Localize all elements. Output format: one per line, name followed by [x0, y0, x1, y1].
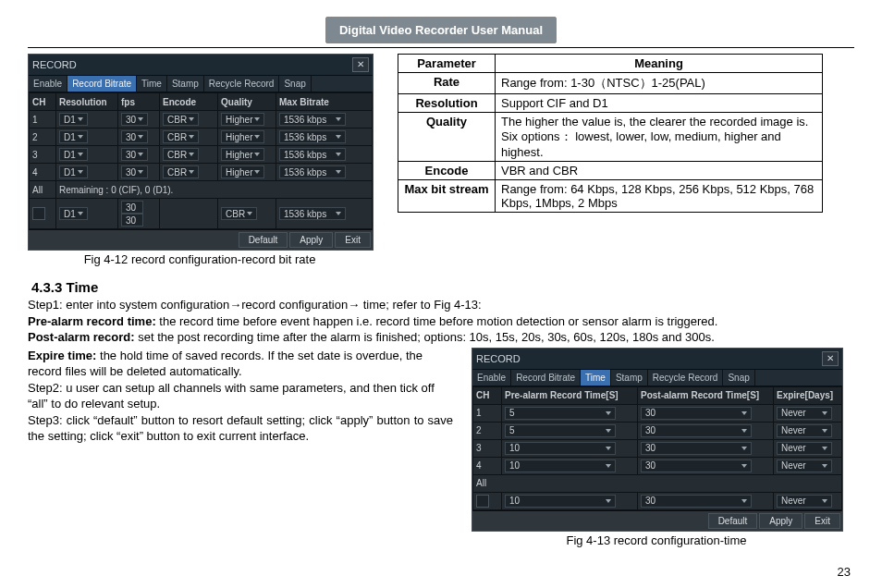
br-select[interactable]: 1536 kbps [279, 130, 346, 143]
res-select[interactable]: D1 [59, 165, 88, 178]
chevron-down-icon [606, 410, 613, 417]
step1-text: Step1: enter into system configuration→r… [28, 297, 854, 313]
col-maxbr: Max Bitrate [276, 93, 373, 111]
fig-4-13-dialog: RECORD ✕ Enable Record Bitrate Time Stam… [472, 348, 843, 532]
quality-select[interactable]: Higher [221, 148, 264, 161]
exit-button[interactable]: Exit [335, 232, 371, 248]
chevron-down-icon [78, 133, 85, 141]
tab-recycle[interactable]: Recycle Record [204, 76, 280, 92]
enc-select[interactable]: CBR [163, 165, 199, 178]
quality-select[interactable]: Higher [221, 130, 264, 143]
table-row: 3 10 30 Never [473, 439, 842, 457]
fig-4-13-caption: Fig 4-13 record configuration-time [472, 533, 841, 547]
post-select[interactable]: 30 [641, 407, 752, 420]
tab-enable[interactable]: Enable [29, 76, 67, 92]
enc-select[interactable]: CBR [221, 207, 257, 220]
col-meaning: Meaning [496, 55, 823, 73]
exp-select[interactable]: Never [777, 459, 832, 472]
enc-select[interactable]: CBR [163, 113, 199, 126]
pre-select[interactable]: 10 [505, 442, 616, 455]
tab-snap[interactable]: Snap [279, 76, 311, 92]
res-select[interactable]: D1 [59, 207, 88, 220]
table-row: 3 D1 30 CBR Higher 1536 kbps [30, 146, 373, 164]
post-select[interactable]: 30 [641, 459, 752, 472]
col-expire: Expire[Days] [774, 386, 842, 404]
doc-header-pill: Digital Video Recorder User Manual [325, 17, 557, 43]
bitrate-table: CH Resolution fps Encode Quality Max Bit… [29, 92, 373, 229]
chevron-down-icon [138, 151, 145, 158]
chevron-down-icon [822, 497, 829, 505]
post-select[interactable]: 30 [641, 424, 752, 437]
tab-record-bitrate[interactable]: Record Bitrate [67, 76, 137, 92]
pre-select[interactable]: 5 [505, 424, 616, 437]
exp-select[interactable]: Never [777, 442, 832, 455]
res-select[interactable]: D1 [59, 113, 88, 126]
cell-ch: 1 [30, 111, 56, 129]
tab-recycle[interactable]: Recycle Record [648, 370, 724, 386]
time-table: CH Pre-alarm Record Time[S] Post-alarm R… [472, 386, 842, 510]
chevron-down-icon [189, 151, 196, 158]
exp-select[interactable]: Never [777, 407, 832, 420]
close-icon[interactable]: ✕ [822, 351, 839, 366]
br-select[interactable]: 1536 kbps [279, 165, 346, 178]
chevron-down-icon [254, 116, 262, 123]
tab-time[interactable]: Time [581, 370, 611, 386]
chevron-down-icon [254, 133, 262, 141]
apply-button[interactable]: Apply [289, 232, 333, 248]
col-ch: CH [473, 386, 502, 404]
exp-select[interactable]: Never [777, 424, 832, 437]
all-label: All [30, 181, 56, 199]
br-select[interactable]: 1536 kbps [279, 207, 346, 220]
header-rule [28, 47, 854, 48]
chevron-down-icon [741, 410, 749, 417]
step3-text: Step3: click “default” button to resort … [28, 412, 453, 445]
close-icon[interactable]: ✕ [352, 57, 369, 72]
chevron-down-icon [78, 168, 85, 176]
all-checkbox[interactable] [32, 207, 45, 220]
tab-record-bitrate[interactable]: Record Bitrate [511, 370, 581, 386]
res-select[interactable]: D1 [59, 130, 88, 143]
br-select[interactable]: 1536 kbps [279, 113, 346, 126]
tab-stamp[interactable]: Stamp [611, 370, 648, 386]
exit-button[interactable]: Exit [804, 513, 840, 529]
apply-button[interactable]: Apply [759, 513, 802, 529]
tab-stamp[interactable]: Stamp [167, 76, 204, 92]
pre-select[interactable]: 10 [505, 495, 616, 508]
col-enc: Encode [160, 93, 218, 111]
all-checkbox[interactable] [476, 495, 489, 508]
quality-select[interactable]: Higher [221, 113, 264, 126]
exp-select[interactable]: Never [777, 495, 832, 508]
post-select[interactable]: 30 [641, 442, 752, 455]
fps-field[interactable]: 30 [121, 214, 143, 227]
col-ch: CH [30, 93, 56, 111]
br-select[interactable]: 1536 kbps [279, 148, 346, 161]
col-parameter: Parameter [398, 55, 496, 73]
chevron-down-icon [822, 445, 829, 452]
fps-select[interactable]: 30 [121, 165, 148, 178]
fps-select[interactable]: 30 [121, 148, 148, 161]
page-number: 23 [838, 565, 851, 579]
pre-select[interactable]: 10 [505, 459, 616, 472]
chevron-down-icon [336, 210, 343, 217]
res-select[interactable]: D1 [59, 148, 88, 161]
col-postalarm: Post-alarm Record Time[S] [638, 386, 774, 404]
tab-snap[interactable]: Snap [723, 370, 754, 386]
tab-time[interactable]: Time [137, 76, 167, 92]
tab-enable[interactable]: Enable [472, 370, 511, 386]
fps-field[interactable]: 30 [121, 201, 143, 214]
chevron-down-icon [78, 210, 85, 217]
enc-select[interactable]: CBR [163, 130, 199, 143]
default-button[interactable]: Default [708, 513, 758, 529]
pre-select[interactable]: 5 [505, 407, 616, 420]
meaning-table: Parameter Meaning RateRange from: 1-30（N… [398, 54, 823, 213]
enc-select[interactable]: CBR [163, 148, 199, 161]
fps-select[interactable]: 30 [121, 130, 148, 143]
fig-4-12-dialog: RECORD ✕ Enable Record Bitrate Time Stam… [28, 54, 374, 251]
quality-select[interactable]: Higher [221, 165, 264, 178]
all-header-row: All Remaining : 0 (CIF), 0 (D1). [30, 181, 373, 199]
table-row: 2 5 30 Never [473, 422, 842, 439]
default-button[interactable]: Default [239, 232, 288, 248]
all-row: 10 30 Never [473, 492, 842, 509]
fps-select[interactable]: 30 [121, 113, 148, 126]
post-select[interactable]: 30 [641, 495, 752, 508]
